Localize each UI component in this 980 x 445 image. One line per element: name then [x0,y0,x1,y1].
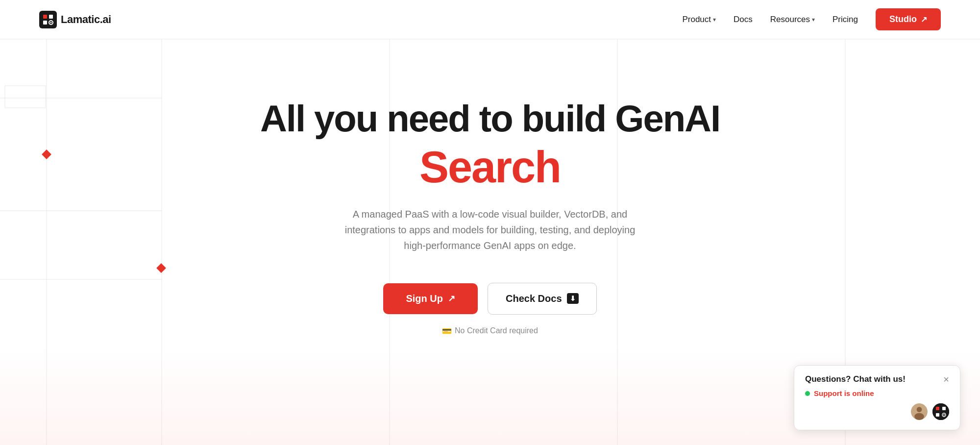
signup-arrow-icon: ↗ [448,293,455,304]
hero-buttons: Sign Up ↗ Check Docs ⬇ [383,283,596,315]
product-chevron-icon: ▾ [713,16,716,23]
svg-rect-12 [49,15,53,19]
studio-label: Studio [889,14,917,25]
chat-close-button[interactable]: × [943,374,949,384]
status-text: Support is online [814,389,874,397]
docs-label: Docs [734,15,753,24]
svg-point-24 [943,414,944,415]
svg-rect-22 [936,413,939,417]
resources-label: Resources [770,15,810,25]
svg-rect-10 [39,11,57,28]
hero-title-line1: All you need to build GenAI [260,98,720,139]
resources-nav-item[interactable]: Resources ▾ [770,15,815,25]
docs-nav-item[interactable]: Docs [734,15,753,25]
svg-rect-21 [942,407,946,410]
studio-button[interactable]: Studio ↗ [876,8,941,30]
check-docs-label: Check Docs [506,293,562,304]
brand-name: Lamatic.ai [61,13,111,26]
brand-avatar [932,403,949,420]
svg-rect-13 [43,21,47,25]
svg-rect-19 [932,403,949,420]
pricing-label: Pricing [833,15,858,25]
svg-point-15 [50,22,52,23]
hero-section: All you need to build GenAI Search A man… [0,39,980,336]
product-label: Product [682,15,711,25]
logo-area: Lamatic.ai [39,11,111,28]
svg-point-18 [914,413,924,420]
signup-label: Sign Up [406,293,443,304]
chat-title: Questions? Chat with us! [805,374,906,384]
chat-widget: Questions? Chat with us! × Support is on… [794,365,960,430]
chat-avatars [805,402,949,421]
check-docs-button[interactable]: Check Docs ⬇ [488,283,597,315]
hero-description: A managed PaaS with a low-code visual bu… [333,206,647,253]
svg-point-17 [917,407,922,412]
chat-status: Support is online [805,389,949,397]
logo-icon [39,11,57,28]
chat-header: Questions? Chat with us! × [805,374,949,384]
signup-button[interactable]: Sign Up ↗ [383,283,478,314]
nav-links: Product ▾ Docs Resources ▾ Pricing Studi… [682,8,941,30]
svg-rect-11 [43,15,47,19]
agent-avatar [910,402,929,421]
svg-rect-20 [936,407,939,410]
studio-arrow-icon: ↗ [921,15,927,24]
navbar: Lamatic.ai Product ▾ Docs Resources ▾ Pr… [0,0,980,39]
credit-card-emoji: 💳 [442,326,452,336]
no-credit-card-text: No Credit Card required [455,326,538,335]
product-nav-item[interactable]: Product ▾ [682,15,716,25]
hero-title-highlight: Search [419,143,561,192]
resources-chevron-icon: ▾ [812,16,815,23]
pricing-nav-item[interactable]: Pricing [833,15,858,25]
download-doc-icon: ⬇ [567,293,579,304]
status-online-dot [805,391,810,396]
no-credit-card-notice: 💳 No Credit Card required [442,326,538,336]
